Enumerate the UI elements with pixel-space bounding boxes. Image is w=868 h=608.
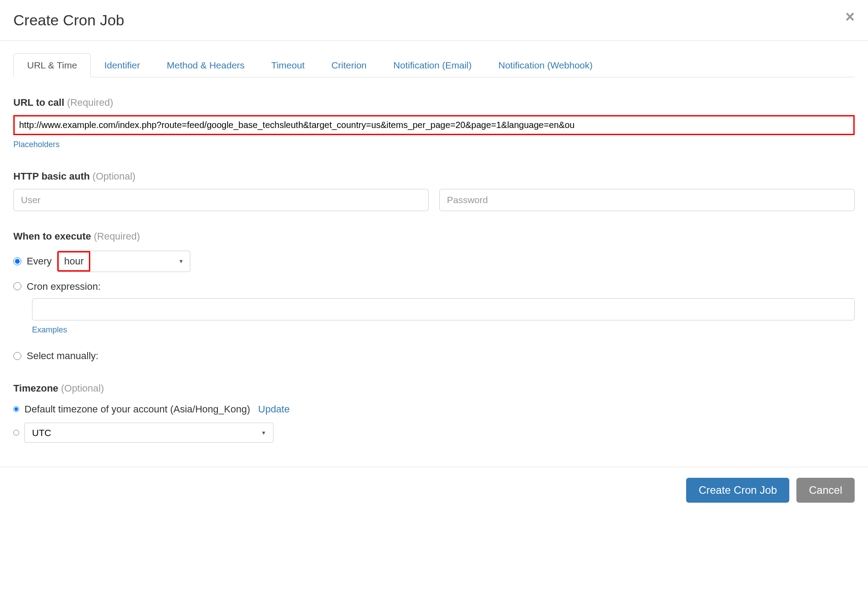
auth-label: HTTP basic auth (Optional) xyxy=(13,169,855,184)
modal-title: Create Cron Job xyxy=(13,9,124,32)
tab-timeout[interactable]: Timeout xyxy=(258,53,318,77)
url-label-text: URL to call xyxy=(13,97,64,108)
tab-notification-email[interactable]: Notification (Email) xyxy=(380,53,485,77)
timezone-default-label: Default timezone of your account (Asia/H… xyxy=(24,402,250,416)
execute-every-label: Every xyxy=(27,254,52,268)
auth-label-text: HTTP basic auth xyxy=(13,171,90,182)
timezone-custom-row: UTC xyxy=(13,423,855,443)
execute-manual-label: Select manually: xyxy=(27,348,98,363)
execute-manual-radio[interactable] xyxy=(13,352,21,360)
timezone-label: Timezone (Optional) xyxy=(13,381,855,396)
timezone-update-link[interactable]: Update xyxy=(258,402,290,416)
timezone-label-hint: (Optional) xyxy=(61,383,104,394)
modal-header: Create Cron Job × xyxy=(0,0,868,41)
url-label: URL to call (Required) xyxy=(13,95,855,110)
execute-manual-row: Select manually: xyxy=(13,348,855,363)
execute-every-row: Every hour ▼ xyxy=(13,251,855,272)
execute-label-text: When to execute xyxy=(13,231,91,242)
timezone-custom-radio[interactable] xyxy=(13,430,19,436)
cron-expression-input[interactable] xyxy=(32,298,855,320)
auth-label-hint: (Optional) xyxy=(92,171,136,182)
tabs: URL & Time Identifier Method & Headers T… xyxy=(13,53,855,77)
create-cron-job-modal: Create Cron Job × URL & Time Identifier … xyxy=(0,0,868,513)
execute-every-radio[interactable] xyxy=(13,257,21,265)
modal-footer: Create Cron Job Cancel xyxy=(0,467,868,513)
timezone-default-radio[interactable] xyxy=(13,406,19,412)
execute-cron-row: Cron expression: xyxy=(13,279,855,294)
close-button[interactable]: × xyxy=(845,9,855,25)
chevron-down-icon: ▼ xyxy=(178,257,184,265)
tab-identifier[interactable]: Identifier xyxy=(91,53,153,77)
cron-expression-container: Examples xyxy=(32,298,855,336)
tab-criterion[interactable]: Criterion xyxy=(318,53,380,77)
interval-select[interactable]: hour ▼ xyxy=(57,251,190,272)
modal-body: URL & Time Identifier Method & Headers T… xyxy=(0,53,868,456)
timezone-label-text: Timezone xyxy=(13,383,58,394)
tab-notification-webhook[interactable]: Notification (Webhook) xyxy=(485,53,606,77)
cancel-button[interactable]: Cancel xyxy=(796,478,855,503)
url-label-hint: (Required) xyxy=(67,97,113,108)
placeholders-link[interactable]: Placeholders xyxy=(13,139,60,151)
execute-label-hint: (Required) xyxy=(94,231,140,242)
timezone-select[interactable]: UTC xyxy=(24,423,273,443)
auth-row xyxy=(13,189,855,211)
examples-link[interactable]: Examples xyxy=(32,324,67,336)
tab-method-headers[interactable]: Method & Headers xyxy=(153,53,258,77)
create-button[interactable]: Create Cron Job xyxy=(686,478,789,503)
interval-value: hour xyxy=(57,251,90,272)
execute-cron-radio[interactable] xyxy=(13,282,21,290)
timezone-default-row: Default timezone of your account (Asia/H… xyxy=(13,402,855,416)
execute-label: When to execute (Required) xyxy=(13,229,855,244)
execute-cron-label: Cron expression: xyxy=(27,279,100,294)
auth-user-input[interactable] xyxy=(13,189,429,211)
url-input[interactable] xyxy=(13,115,855,135)
auth-password-input[interactable] xyxy=(439,189,855,211)
tab-url-time[interactable]: URL & Time xyxy=(13,53,91,77)
